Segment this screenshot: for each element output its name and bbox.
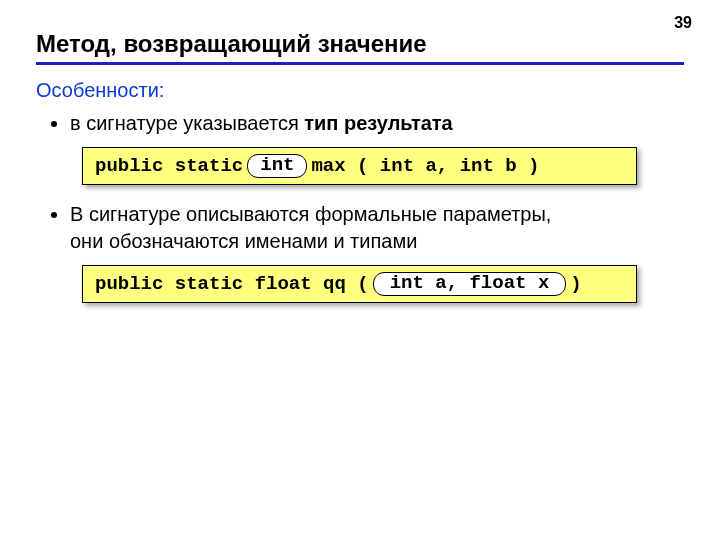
subheading: Особенности: [36, 79, 684, 102]
bullet-1-text: в сигнатуре указывается [70, 112, 304, 134]
page-number: 39 [674, 14, 692, 32]
code-box-1: public static int max ( int a, int b ) [82, 147, 637, 185]
code2-highlight-pill: int a, float x [373, 272, 567, 296]
code1-post: max ( int a, int b ) [311, 155, 539, 177]
bullet-2: В сигнатуре описываются формальные парам… [70, 201, 684, 255]
slide-title: Метод, возвращающий значение [36, 30, 684, 58]
bullet-2-line1: В сигнатуре описываются формальные парам… [70, 203, 551, 225]
bullet-2-line2: они обозначаются именами и типами [70, 230, 417, 252]
bullet-1-bold: тип результата [304, 112, 452, 134]
slide: 39 Метод, возвращающий значение Особенно… [0, 0, 720, 540]
bullet-list-2: В сигнатуре описываются формальные парам… [70, 201, 684, 255]
bullet-list: в сигнатуре указывается тип результата [70, 110, 684, 137]
bullet-1: в сигнатуре указывается тип результата [70, 110, 684, 137]
code-box-2: public static float qq ( int a, float x … [82, 265, 637, 303]
code2-pre: public static float qq ( [95, 273, 369, 295]
code2-post: ) [570, 273, 581, 295]
code1-highlight-pill: int [247, 154, 307, 178]
code1-pre: public static [95, 155, 243, 177]
title-rule [36, 62, 684, 65]
